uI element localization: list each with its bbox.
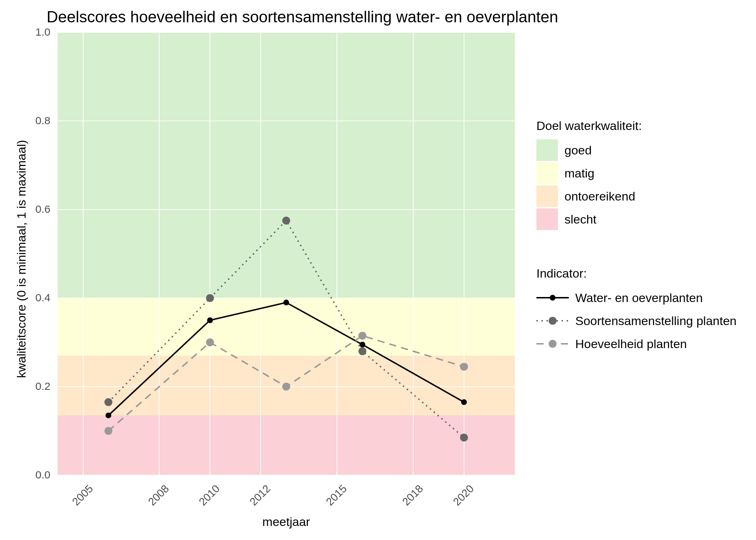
legend-quality-label: goed — [564, 143, 592, 157]
legend-quality-title: Doel waterkwaliteit: — [536, 119, 738, 133]
chart-title: Deelscores hoeveelheid en soortensamenst… — [0, 8, 605, 26]
series-point-hoeveel — [359, 332, 366, 340]
series-point-soorten — [206, 294, 214, 302]
legend-indicator-row-hoeveel: Hoeveelheid planten — [536, 333, 752, 355]
legend-quality-label: matig — [564, 166, 594, 180]
legend-quality-row-goed: goed — [536, 139, 738, 161]
series-point-soorten — [359, 347, 366, 355]
legend-quality-label: ontoereikend — [564, 189, 635, 203]
y-tick-label: 0.8 — [22, 114, 50, 127]
series-point-hoeveel — [104, 427, 112, 435]
legend-quality-label: slecht — [564, 212, 597, 226]
plot-svg — [58, 32, 515, 475]
y-tick-label: 0.4 — [22, 292, 50, 304]
y-axis-label: kwaliteitscore (0 is minimaal, 1 is maxi… — [14, 140, 28, 378]
series-point-hoeveel — [206, 338, 214, 346]
legend-quality-row-slecht: slecht — [536, 208, 738, 230]
svg-point-1 — [550, 295, 555, 301]
legend-quality-row-matig: matig — [536, 162, 738, 184]
chart-container: Deelscores hoeveelheid en soortensamenst… — [0, 0, 756, 540]
legend-swatch — [536, 139, 558, 161]
series-point-hoeveel — [282, 383, 290, 391]
legend-indicator-label: Soortensamenstelling planten — [575, 314, 737, 328]
legend-quality: Doel waterkwaliteit: goedmatigontoereike… — [536, 119, 738, 231]
series-point-water — [360, 342, 365, 347]
legend-indicator-label: Hoeveelheid planten — [575, 337, 687, 351]
plot-area — [58, 32, 515, 475]
legend-swatch — [536, 185, 558, 207]
series-point-water — [207, 318, 213, 323]
series-point-hoeveel — [460, 363, 468, 371]
legend-indicator-title: Indicator: — [536, 266, 752, 280]
legend-indicator-row-soorten: Soortensamenstelling planten — [536, 310, 752, 332]
y-tick-label: 0.6 — [22, 203, 50, 215]
y-tick-label: 1.0 — [22, 26, 50, 38]
series-line-soorten — [108, 221, 464, 438]
legend-indicator-row-water: Water- en oeverplanten — [536, 287, 752, 309]
series-point-water — [283, 300, 289, 305]
svg-point-5 — [549, 340, 557, 348]
legend-line-sample — [536, 291, 569, 305]
legend-swatch — [536, 162, 558, 184]
y-tick-label: 0.2 — [22, 380, 50, 392]
series-point-water — [461, 399, 467, 405]
series-point-soorten — [104, 398, 112, 406]
series-line-water — [108, 302, 464, 415]
legend-quality-row-ontoereikend: ontoereikend — [536, 185, 738, 207]
legend-line-sample — [536, 314, 569, 328]
series-point-water — [105, 413, 111, 418]
legend-indicator-label: Water- en oeverplanten — [575, 291, 703, 305]
series-point-soorten — [282, 217, 290, 225]
y-tick-label: 0.0 — [22, 469, 50, 481]
legend-indicator: Indicator: Water- en oeverplantenSoorten… — [536, 266, 752, 356]
svg-point-3 — [549, 317, 557, 325]
legend-line-sample — [536, 337, 569, 351]
series-point-soorten — [460, 433, 468, 441]
legend-swatch — [536, 208, 558, 230]
